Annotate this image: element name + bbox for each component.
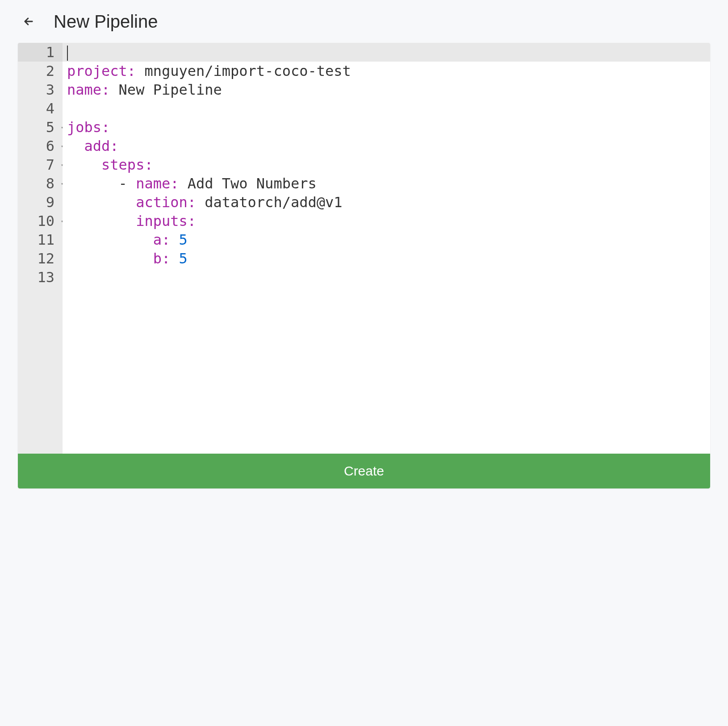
gutter-line: 7▾ — [18, 155, 63, 174]
code-line[interactable]: steps: — [63, 155, 710, 174]
code-editor[interactable]: 12345▾6▾7▾8▾910▾111213 project: mnguyen/… — [18, 43, 710, 454]
gutter-line: 1 — [18, 43, 63, 62]
code-line[interactable] — [63, 43, 710, 62]
gutter-line: 6▾ — [18, 137, 63, 155]
gutter-line: 9 — [18, 193, 63, 212]
code-line[interactable]: jobs: — [63, 118, 710, 137]
code-line[interactable]: - name: Add Two Numbers — [63, 174, 710, 193]
code-line[interactable]: b: 5 — [63, 249, 710, 268]
gutter-line: 10▾ — [18, 212, 63, 230]
create-button[interactable]: Create — [18, 454, 710, 488]
editor-gutter: 12345▾6▾7▾8▾910▾111213 — [18, 43, 63, 454]
code-line[interactable]: name: New Pipeline — [63, 80, 710, 99]
gutter-line: 5▾ — [18, 118, 63, 137]
gutter-line: 4 — [18, 99, 63, 118]
gutter-line: 12 — [18, 249, 63, 268]
gutter-line: 11 — [18, 230, 63, 249]
code-line[interactable] — [63, 268, 710, 287]
code-line[interactable]: action: datatorch/add@v1 — [63, 193, 710, 212]
gutter-line: 2 — [18, 62, 63, 80]
code-line[interactable]: inputs: — [63, 212, 710, 230]
code-line[interactable] — [63, 99, 710, 118]
code-line[interactable]: a: 5 — [63, 230, 710, 249]
arrow-left-icon — [22, 15, 35, 28]
code-line[interactable]: add: — [63, 137, 710, 155]
gutter-line: 13 — [18, 268, 63, 287]
gutter-line: 3 — [18, 80, 63, 99]
code-line[interactable]: project: mnguyen/import-coco-test — [63, 62, 710, 80]
back-button[interactable] — [18, 11, 39, 32]
gutter-line: 8▾ — [18, 174, 63, 193]
header: New Pipeline — [0, 0, 728, 43]
code-area[interactable]: project: mnguyen/import-coco-test name: … — [63, 43, 710, 454]
page-title: New Pipeline — [54, 12, 158, 32]
editor-container: 12345▾6▾7▾8▾910▾111213 project: mnguyen/… — [18, 43, 710, 488]
text-cursor — [67, 46, 68, 61]
